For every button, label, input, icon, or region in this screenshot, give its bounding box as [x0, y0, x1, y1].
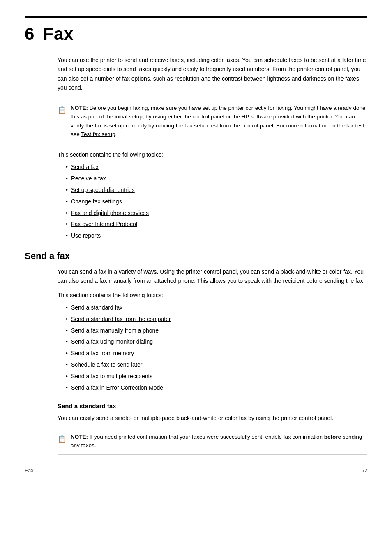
send-fax-topics-list: Send a standard fax Send a standard fax … [66, 303, 367, 393]
main-topics-intro: This section contains the following topi… [58, 150, 367, 159]
topic-link-change-settings[interactable]: Change fax settings [71, 197, 122, 207]
page-footer: Fax 57 [0, 467, 392, 474]
list-item: Send a standard fax [66, 303, 367, 313]
topic-link-schedule-fax[interactable]: Schedule a fax to send later [71, 360, 143, 370]
intro-paragraph: You can use the printer to send and rece… [58, 55, 367, 92]
note-label-1: NOTE: [71, 105, 88, 111]
footer-page-number: 57 [362, 467, 367, 474]
topic-link-reports[interactable]: Use reports [71, 231, 101, 241]
list-item: Change fax settings [66, 197, 367, 207]
list-item: Send a fax from memory [66, 349, 367, 358]
send-standard-fax-section: Send a standard fax You can easily send … [25, 402, 367, 455]
list-item: Use reports [66, 231, 367, 241]
note-content-2: NOTE: If you need printed confirmation t… [71, 432, 367, 450]
list-item: Send a fax in Error Correction Mode [66, 383, 367, 393]
list-item: Fax and digital phone services [66, 208, 367, 218]
standard-fax-intro: You can easily send a single- or multipl… [58, 414, 367, 423]
send-fax-topics-intro: This section contains the following topi… [58, 291, 367, 300]
note-content-1: NOTE: Before you begin faxing, make sure… [71, 104, 367, 139]
note-bold-2: before [324, 434, 341, 440]
subsection-block: Send a standard fax You can easily send … [58, 402, 367, 455]
topic-link-fax-manually[interactable]: Send a fax manually from a phone [71, 326, 159, 336]
note-text-2: If you need printed confirmation that yo… [71, 434, 362, 449]
main-topics-list: Send a fax Receive a fax Set up speed-di… [66, 162, 367, 241]
note-box-2: 📋 NOTE: If you need printed confirmation… [58, 428, 367, 455]
send-fax-section: Send a fax You can send a fax in a varie… [25, 251, 367, 393]
note-text-suffix-2: sending any faxes. [71, 434, 362, 449]
chapter-header: 6Fax [25, 16, 367, 44]
note-link-1[interactable]: Test fax setup [81, 131, 115, 137]
topic-link-send-fax[interactable]: Send a fax [71, 162, 99, 172]
note-link-suffix-1: . [115, 131, 117, 137]
topic-link-digital-phone[interactable]: Fax and digital phone services [71, 208, 149, 218]
list-item: Send a fax to multiple recipients [66, 372, 367, 381]
list-item: Receive a fax [66, 174, 367, 184]
topic-link-foip[interactable]: Fax over Internet Protocol [71, 220, 137, 229]
chapter-title-text: Fax [43, 24, 74, 44]
list-item: Fax over Internet Protocol [66, 220, 367, 229]
note-box-1: 📋 NOTE: Before you begin faxing, make su… [58, 99, 367, 143]
chapter-number: 6 [25, 24, 35, 44]
topic-link-multiple-recipients[interactable]: Send a fax to multiple recipients [71, 372, 152, 381]
topic-link-fax-from-computer[interactable]: Send a standard fax from the computer [71, 314, 171, 324]
list-item: Send a fax using monitor dialing [66, 337, 367, 347]
note-label-2: NOTE: [71, 434, 88, 440]
list-item: Send a fax manually from a phone [66, 326, 367, 336]
list-item: Send a fax [66, 162, 367, 172]
send-fax-intro: You can send a fax in a variety of ways.… [58, 267, 367, 286]
send-fax-heading: Send a fax [25, 251, 367, 261]
list-item: Set up speed-dial entries [66, 185, 367, 195]
standard-fax-heading: Send a standard fax [58, 402, 367, 409]
list-item: Send a standard fax from the computer [66, 314, 367, 324]
chapter-title: 6Fax [25, 24, 367, 44]
note-icon-2: 📋 [58, 433, 67, 445]
topic-link-fax-from-memory[interactable]: Send a fax from memory [71, 349, 134, 358]
note-icon-1: 📋 [58, 104, 67, 116]
topic-link-speed-dial[interactable]: Set up speed-dial entries [71, 185, 135, 195]
footer-label: Fax [25, 467, 34, 474]
topic-link-error-correction[interactable]: Send a fax in Error Correction Mode [71, 383, 163, 393]
topic-link-receive-fax[interactable]: Receive a fax [71, 174, 106, 184]
list-item: Schedule a fax to send later [66, 360, 367, 370]
page-container: 6Fax You can use the printer to send and… [0, 0, 392, 486]
topic-link-standard-fax[interactable]: Send a standard fax [71, 303, 122, 313]
topic-link-monitor-dialing[interactable]: Send a fax using monitor dialing [71, 337, 153, 347]
